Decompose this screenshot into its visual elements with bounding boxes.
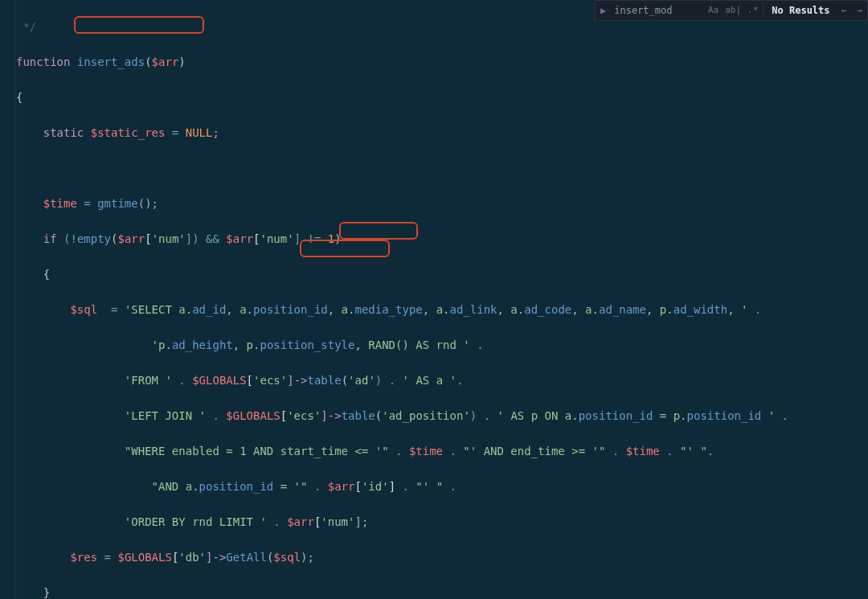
code-text: 'num': [152, 232, 186, 245]
code-text: "' AND end_time >= '": [463, 445, 605, 457]
code-text: , a.: [571, 303, 599, 316]
code-text: 1: [328, 232, 334, 245]
code-text: ' AS p ON a.: [497, 409, 579, 422]
code-text: 'FROM ': [16, 374, 172, 387]
code-text: 'ad': [348, 374, 375, 387]
code-text: $sql: [16, 303, 97, 316]
code-text: 'ORDER BY rnd LIMIT ': [16, 515, 267, 528]
code-text: $static_res: [91, 126, 166, 139]
code-text: ): [178, 55, 185, 68]
code-text: =: [165, 126, 185, 139]
search-next-icon[interactable]: →: [852, 2, 867, 19]
code-text: if: [16, 232, 63, 245]
code-text: );: [301, 551, 314, 564]
code-text: position_id: [253, 303, 328, 316]
code-text: = p.: [653, 409, 686, 422]
code-text: [: [145, 232, 151, 245]
code-text: ': [761, 409, 775, 422]
code-text: 'ecs': [253, 374, 287, 387]
code-text: 'SELECT a.: [125, 303, 192, 316]
code-text: [: [354, 480, 361, 493]
code-text: ad_width: [674, 303, 727, 316]
code-text: (: [145, 55, 151, 68]
code-text: GetAll: [226, 551, 267, 564]
code-text: ad_id: [192, 303, 226, 316]
search-bar: ▶ insert_mod Aa ab| .* No Results ← →: [595, 0, 868, 21]
code-text: $GLOBALS: [226, 409, 280, 422]
code-text: $time: [16, 197, 77, 210]
code-text: .: [443, 445, 463, 457]
code-text: , a.: [328, 303, 355, 316]
code-text: ad_name: [599, 303, 646, 316]
code-text: "' ": [416, 480, 443, 493]
code-text: position_style: [260, 338, 354, 351]
code-text: [: [280, 409, 287, 422]
code-text: [: [253, 232, 260, 245]
code-text: .: [443, 480, 457, 493]
code-text: =: [97, 551, 117, 564]
code-text: .: [470, 338, 484, 351]
code-text: $arr: [117, 232, 145, 245]
code-text: , a.: [423, 303, 450, 316]
code-editor[interactable]: */ function insert_ads($arr) { static $s…: [16, 0, 868, 599]
code-text: position_id: [687, 409, 762, 422]
code-text: */: [16, 20, 36, 33]
code-text: .: [660, 445, 680, 457]
code-text: .: [747, 303, 761, 316]
code-text: ]->: [321, 409, 341, 422]
code-text: gmtime: [97, 197, 138, 210]
code-text: (: [342, 374, 348, 387]
code-text: =: [77, 197, 97, 210]
search-input[interactable]: insert_mod: [611, 2, 705, 19]
code-text: [: [247, 374, 253, 387]
code-text: "' ": [680, 445, 707, 457]
code-text: ] !=: [294, 232, 328, 245]
code-text: ]: [389, 480, 395, 493]
code-text: }: [16, 586, 50, 599]
code-text: , p.: [646, 303, 674, 316]
search-regex-toggle[interactable]: .*: [744, 2, 761, 19]
code-text: .: [457, 374, 463, 387]
code-text: 'ad_position': [382, 409, 470, 422]
code-text: .: [206, 409, 226, 422]
code-text: ad_code: [524, 303, 571, 316]
code-text: (!: [63, 232, 77, 245]
code-text: .: [775, 409, 788, 422]
code-text: $GLOBALS: [192, 374, 246, 387]
search-expand-icon[interactable]: ▶: [596, 2, 611, 19]
search-word-toggle[interactable]: ab|: [722, 2, 744, 19]
code-text: 'p.: [16, 338, 172, 351]
code-text: ]) &&: [186, 232, 227, 245]
code-text: .: [267, 515, 287, 528]
code-text: 'ecs': [287, 409, 321, 422]
code-text: "AND a.: [16, 480, 199, 493]
code-text: 'num': [321, 515, 354, 528]
code-text: ): [334, 232, 341, 245]
code-text: $time: [626, 445, 660, 457]
code-text: .: [395, 480, 416, 493]
code-text: function: [16, 55, 70, 68]
code-text: .: [172, 374, 192, 387]
code-text: .: [605, 445, 625, 457]
code-text: , RAND() AS rnd ': [354, 338, 469, 351]
code-text: empty: [77, 232, 111, 245]
search-case-toggle[interactable]: Aa: [705, 2, 722, 19]
code-text: .: [707, 445, 714, 457]
code-text: position_id: [579, 409, 653, 422]
code-text: 'num': [260, 232, 294, 245]
code-text: ) .: [470, 409, 497, 422]
code-text: "WHERE enabled = 1 AND start_time <= '": [16, 445, 389, 457]
code-text: ad_height: [172, 338, 233, 351]
code-text: 'db': [178, 551, 206, 564]
code-text: , a.: [226, 303, 253, 316]
code-text: , p.: [233, 338, 260, 351]
code-text: = '": [273, 480, 307, 493]
search-prev-icon[interactable]: ←: [837, 2, 852, 19]
code-text: , a.: [497, 303, 525, 316]
code-text: , ': [727, 303, 747, 316]
code-text: ;: [212, 126, 219, 139]
code-text: $time: [409, 445, 443, 457]
code-text: position_id: [199, 480, 274, 493]
code-text: ]->: [206, 551, 226, 564]
code-text: =: [97, 303, 125, 316]
